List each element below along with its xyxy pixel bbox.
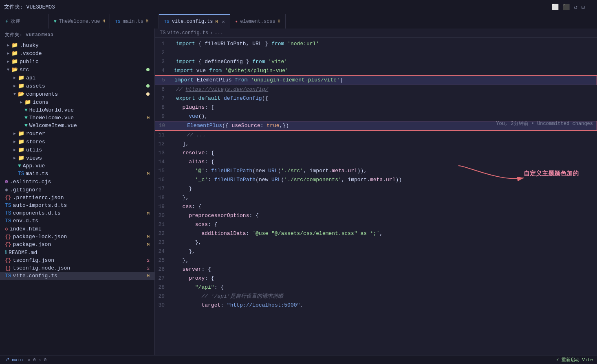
git-icon: ◆ [5,186,8,193]
code-line-11: 11 // ... [155,131,597,140]
line-num-15: 15 [155,167,171,175]
title-bar-icons: ⬜ ⬛ ↺ ⊟ [552,4,585,11]
code-line-25: 25 }, [155,256,597,265]
code-line-27: 27 proxy: { [155,274,597,283]
code-line-22: 22 additionalData: `@use "@/assets/css/e… [155,229,597,238]
line-num-19: 19 [155,202,171,211]
sidebar-item-components[interactable]: ▼ 📂 components [0,90,154,98]
sidebar-item-tsconfignode[interactable]: {} tsconfig.node.json 2 [0,264,154,272]
code-line-26: 26 server: { [155,265,597,274]
line-content-9: vue(), [174,112,597,121]
folder-icon: 📁 [18,130,24,137]
code-area[interactable]: 1 import { fileURLToPath, URL } from 'no… [155,39,597,355]
sidebar-label-appvue: App.vue [23,163,45,169]
sidebar-item-tsconfigjson[interactable]: {} tsconfig.json 2 [0,257,154,264]
sidebar-item-api[interactable]: ▶ 📁 api [0,74,154,82]
thewelcome-modified-badge: M [147,116,150,121]
tab-elementscss[interactable]: ✦ element.scss U [230,14,286,29]
tab-maints[interactable]: TS main.ts M [110,14,159,29]
sidebar-item-packagelock[interactable]: {} package-lock.json M [0,233,154,241]
folder-icon: 📁 [18,75,24,81]
sidebar-item-componentsd[interactable]: TS components.d.ts M [0,209,154,217]
sidebar-item-appvue[interactable]: ▼ App.vue [0,162,154,170]
breadcrumb-filename: vite.config.ts [167,30,208,36]
line-content-13: resolve: { [174,149,597,158]
tab-welcome[interactable]: ⚡ 欢迎 [0,14,49,29]
refresh-icon[interactable]: ↺ [574,4,577,11]
breadcrumb-sep: › [210,30,213,36]
sidebar-item-welcomeitem[interactable]: ▼ WelcomeItem.vue [0,122,154,129]
sidebar-item-husky[interactable]: ▶ 📁 .husky [0,41,154,49]
sidebar-item-indexhtml[interactable]: ◇ index.html [0,225,154,233]
new-file-icon[interactable]: ⬜ [552,4,559,11]
sidebar-label-componentsd: components.d.ts [13,210,61,216]
line-num-29: 29 [155,292,171,301]
line-num-23: 23 [155,238,171,247]
maints-modified-badge: M [147,171,150,176]
line-content-4: import vue from '@vitejs/plugin-vue' [172,66,597,75]
readme-icon: ℹ [5,249,7,256]
line-num-26: 26 [155,265,171,274]
line-content-23: }, [174,238,597,247]
json-icon: {} [5,241,11,248]
tab-maints-label: main.ts [123,19,143,24]
sidebar-label-packagelock: package-lock.json [13,234,67,240]
sidebar-item-autoimports[interactable]: TS auto-imports.d.ts [0,202,154,209]
tab-viteconfig-close[interactable]: ✕ [222,19,225,25]
sidebar-item-views[interactable]: ▶ 📁 views [0,154,154,162]
sidebar-item-viteconfigts[interactable]: TS vite.config.ts M [0,272,154,280]
sidebar-item-eslintrc[interactable]: ⚙ .eslintrc.cjs [0,178,154,186]
editor-area: TS vite.config.ts › ... 1 import { fileU… [155,29,597,355]
line-content-15: '@': fileURLToPath(new URL('./src', impo… [174,167,597,175]
sidebar-item-packagejson[interactable]: {} package.json M [0,241,154,248]
sidebar-title: 文件夹: VUE3DEMO3 [0,29,154,41]
sidebar-label-views: views [26,155,42,161]
packagelock-modified-badge: M [147,235,150,239]
sidebar-label-helloworld: HelloWorld.vue [29,107,74,113]
sidebar-item-router[interactable]: ▶ 📁 router [0,129,154,138]
sidebar-label-viteconfigts: vite.config.ts [13,273,57,279]
line-num-7: 7 [155,94,171,103]
sidebar-item-vscode[interactable]: ▶ 📁 .vscode [0,49,154,57]
line-content-16: '_c': fileURLToPath(new URL('./src/compo… [174,175,597,184]
collapse-icon[interactable]: ⊟ [582,4,585,11]
sidebar-item-assets[interactable]: ▶ 📁 assets [0,82,154,90]
json-icon: {} [5,257,11,263]
ts-icon: TS [5,218,11,224]
sidebar-item-stores[interactable]: ▶ 📁 stores [0,138,154,146]
line-num-8: 8 [155,103,171,112]
status-restart[interactable]: ⚡ 重新启动 Vite [556,357,593,363]
sidebar-item-prettierrc[interactable]: {} .prettierrc.json [0,194,154,202]
status-bar: ⎇ main ✕ 0 ⚠ 0 ⚡ 重新启动 Vite [0,355,597,364]
sidebar-item-icons[interactable]: ▶ 📁 icons [0,98,154,106]
line-content-18: }, [174,193,597,202]
new-folder-icon[interactable]: ⬛ [563,4,570,11]
sidebar-item-gitignore[interactable]: ◆ .gitignore [0,186,154,194]
line-num-3: 3 [155,57,171,66]
tab-thewelcome[interactable]: ▼ TheWelcome.vue M [49,14,110,29]
code-line-21: 21 scss: { [155,220,597,229]
sidebar-item-maints[interactable]: TS main.ts M [0,170,154,178]
sidebar-item-thewelcomefile[interactable]: ▼ TheWelcome.vue M [0,114,154,122]
sidebar-item-src[interactable]: ▼ 📂 src [0,66,154,74]
sidebar-item-readme[interactable]: ℹ README.md [0,248,154,257]
tsconfigjson-num-badge: 2 [147,258,150,263]
code-line-13: 13 resolve: { [155,149,597,158]
line-content-12: ], [174,140,597,149]
tab-viteconfig[interactable]: TS vite.config.ts M ✕ [159,14,230,29]
arrow-icon: ▶ [11,83,18,88]
componentsd-modified-badge: M [147,211,150,216]
sidebar-label-gitignore: .gitignore [10,187,42,193]
sidebar-item-public[interactable]: ▶ 📁 public [0,57,154,66]
sidebar-item-helloworld[interactable]: ▼ HelloWorld.vue [0,106,154,114]
sidebar-item-envdts[interactable]: TS env.d.ts [0,217,154,225]
status-bar-right: ⚡ 重新启动 Vite [556,357,593,363]
code-line-20: 20 preprocessorOptions: { [155,211,597,220]
line-num-13: 13 [155,149,171,158]
sidebar-item-utils[interactable]: ▶ 📁 utils [0,146,154,154]
code-line-12: 12 ], [155,140,597,149]
sidebar-label-src: src [20,67,29,73]
vue-icon: ▼ [24,115,28,121]
sidebar-label-tsconfigjson: tsconfig.json [13,257,54,263]
line-num-6: 6 [155,85,171,94]
